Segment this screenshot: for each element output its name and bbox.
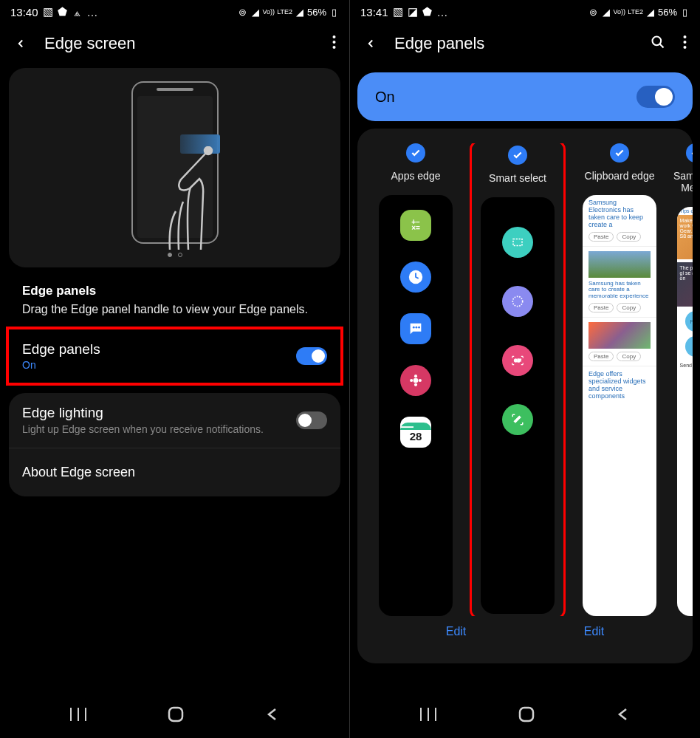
setting-about[interactable]: About Edge screen [9,448,340,496]
battery-icon: ▯ [329,7,339,17]
svg-point-18 [419,379,422,382]
memo-card: The perfect gi se always on [677,262,693,307]
hand-icon [155,146,222,253]
clip-text: Samsung has taken care to create a memor… [589,281,651,300]
nav-bar [350,701,700,731]
copy-btn: Copy [617,303,641,312]
header: Edge panels [350,24,700,68]
wifi-icon: ⊚ [238,7,248,17]
panel-apps-edge[interactable]: Apps edge +−×= ▬▬▬28 [368,143,464,616]
send-icon: ✎ [685,336,693,357]
clip-text: Samsung Electronics has taken care to ke… [589,199,651,229]
nav-bar [0,701,349,731]
check-icon[interactable] [406,143,425,163]
panel-clipboard-edge[interactable]: Clipboard edge Samsung Electronics has t… [572,143,668,616]
section-desc: Drag the Edge panel handle to view your … [22,301,327,318]
panel-samsung-memo[interactable]: Samsung Memo Tips of toda Make your work… [673,143,693,616]
status-bar: 13:41 ▧ ◪ ⬟ … ⊚ ◢ Vo)) LTE2 ◢ 56% ▯ [350,0,700,24]
memo-tips: Tips of toda [677,207,693,215]
page-title: Edge screen [44,34,316,53]
panel-preview: Samsung Electronics has taken care to ke… [583,195,656,616]
image-icon: ▧ [43,7,53,17]
setting-edge-lighting[interactable]: Edge lighting Light up Edge screen when … [9,393,340,448]
svg-point-16 [414,378,419,383]
clip-text: Edge offers specialized widgets and serv… [589,371,651,400]
image-icon: ▧ [393,7,403,17]
back-nav-button[interactable] [266,708,279,724]
home-button[interactable] [168,706,184,725]
svg-point-0 [333,35,336,38]
check-icon[interactable] [610,143,629,163]
copy-btn: Copy [617,232,641,242]
svg-point-19 [414,383,417,386]
signal2-icon: ◢ [645,7,656,17]
svg-rect-7 [169,708,182,721]
status-bar: 13:40 ▧ ⬟ ⟁ … ⊚ ◢ Vo)) LTE2 ◢ 56% ▯ [0,0,349,24]
more-icon: … [437,6,448,18]
svg-point-14 [416,327,418,329]
paste-btn: Paste [589,232,614,242]
svg-point-1 [333,41,336,44]
paste-btn: Paste [589,303,614,312]
clock-icon [400,262,431,293]
master-toggle[interactable] [636,86,675,108]
edit-link[interactable]: Edit [446,625,467,638]
check-icon[interactable] [508,146,527,165]
gallery-icon [400,365,431,396]
svg-point-8 [653,37,662,46]
status-time: 13:41 [360,6,388,18]
svg-rect-6 [85,708,86,721]
recents-button[interactable] [420,708,436,724]
signal-icon: ◢ [250,7,261,17]
back-nav-button[interactable] [617,708,630,724]
svg-rect-24 [420,708,422,721]
volte-label: Vo)) [263,8,275,16]
svg-rect-5 [78,708,79,721]
panel-smart-select[interactable]: Smart select GIF [470,143,566,616]
net-label: LTE2 [277,8,292,16]
check-icon[interactable] [686,143,693,163]
home-button[interactable] [518,706,535,725]
battery-pct: 56% [307,7,326,18]
svg-rect-4 [70,708,72,721]
faq-icon: FAQ [685,311,693,332]
search-icon[interactable] [651,35,665,52]
back-button[interactable] [13,36,28,51]
more-menu-icon[interactable] [332,35,336,52]
paste-btn: Paste [589,352,614,361]
send-label: Send feed [677,361,693,369]
svg-point-17 [414,375,417,377]
gif-select-icon: GIF [502,345,533,376]
edit-link[interactable]: Edit [584,625,605,638]
wifi-icon: ⊚ [589,7,599,17]
net-label: LTE2 [628,8,643,16]
svg-point-20 [410,379,413,382]
setting-label: Edge lighting [22,405,296,421]
edit-row: Edit Edit [357,616,693,638]
screen-edge-panels: 13:41 ▧ ◪ ⬟ … ⊚ ◢ Vo)) LTE2 ◢ 56% ▯ Edge… [350,0,700,738]
messages-icon [400,313,431,344]
edge-panels-toggle[interactable] [296,347,327,365]
panel-name: Samsung Memo [673,170,693,194]
panel-name: Apps edge [391,170,441,182]
back-button[interactable] [363,36,378,51]
svg-text:GIF: GIF [514,358,521,363]
on-banner: On [357,72,693,121]
panel-list[interactable]: Apps edge +−×= ▬▬▬28 Smart select GIF [357,143,693,616]
panel-preview: +−×= ▬▬▬28 [379,195,453,616]
battery-pct: 56% [658,7,677,18]
setting-label: Edge panels [22,341,296,358]
recents-button[interactable] [70,708,86,724]
on-label: On [375,89,395,106]
pin-select-icon [502,404,533,435]
setting-edge-panels[interactable]: Edge panels On [6,327,343,386]
battery-icon: ▯ [679,7,690,17]
signal-icon: ◢ [601,7,611,17]
shield-icon: ⬟ [422,7,433,17]
calculator-icon: +−×= [400,210,431,241]
edge-lighting-toggle[interactable] [296,411,327,429]
header: Edge screen [0,24,349,68]
more-menu-icon[interactable] [683,35,687,52]
copy-btn: Copy [617,352,641,361]
about-label: About Edge screen [22,465,135,479]
